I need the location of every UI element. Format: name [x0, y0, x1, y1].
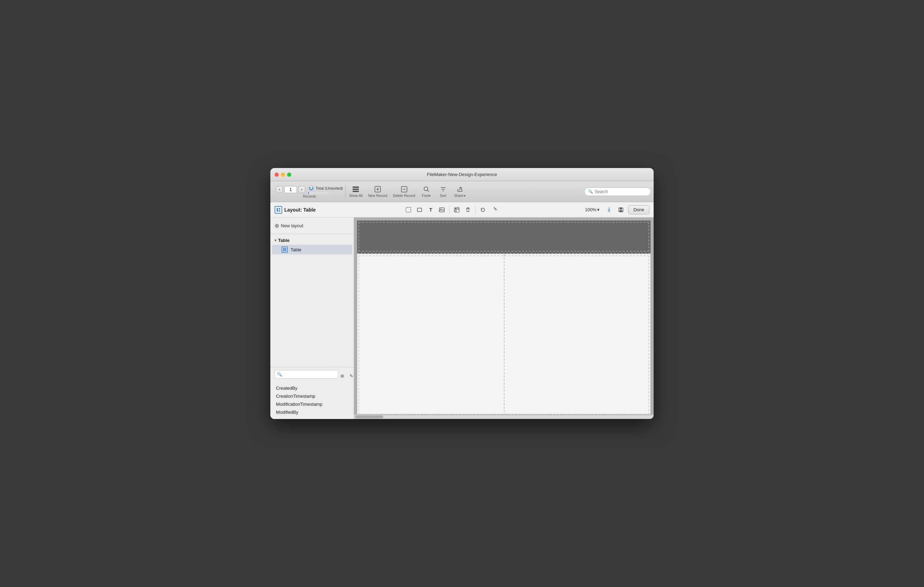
delete-record-label: Delete Record: [393, 194, 415, 198]
box-tool-button[interactable]: [414, 205, 425, 215]
show-all-label: Show All: [349, 194, 362, 198]
sidebar-header: ⊕ New layout: [271, 218, 354, 234]
svg-rect-18: [439, 208, 444, 212]
layout-icon: [274, 206, 282, 214]
layout-item-label: Table: [290, 247, 301, 252]
forward-button[interactable]: ›: [298, 186, 305, 193]
done-button[interactable]: Done: [628, 205, 650, 214]
svg-rect-0: [353, 187, 359, 188]
toolbar: ‹ 1 › Total (Unsorted) Records: [271, 181, 653, 202]
field-item-modifiedby[interactable]: ModifiedBy: [273, 408, 351, 416]
find-label: Find: [422, 194, 429, 198]
svg-rect-29: [285, 250, 286, 251]
share-label: Share: [454, 194, 464, 198]
progress-indicator: [308, 185, 314, 191]
fields-search-input[interactable]: [284, 372, 336, 377]
scrollbar-thumb[interactable]: [355, 415, 383, 418]
zoom-chevron-icon: ▾: [597, 207, 600, 212]
sort-label: Sort: [440, 194, 446, 198]
new-record-button[interactable]: New Record: [366, 184, 389, 199]
svg-rect-26: [619, 210, 622, 212]
search-box[interactable]: 🔍: [584, 187, 651, 196]
svg-rect-23: [455, 210, 456, 212]
field-item-modification-timestamp[interactable]: ModificationTimestamp: [273, 400, 351, 408]
layout-indicator: Layout: Table: [274, 206, 316, 214]
design-tools: T: [323, 205, 580, 215]
delete-tool-button[interactable]: [463, 205, 473, 215]
new-layout-plus-icon: ⊕: [274, 222, 279, 229]
vertical-divider: [504, 254, 505, 414]
new-record-label: New Record: [368, 194, 388, 198]
zoom-label: 100%: [585, 207, 596, 212]
search-icon: 🔍: [588, 189, 593, 194]
image-tool-button[interactable]: [437, 205, 447, 215]
sort-icon: [439, 185, 447, 193]
selection-tool-button[interactable]: [403, 205, 414, 215]
svg-rect-21: [455, 208, 456, 210]
sidebar: ⊕ New layout ▾ Table: [271, 218, 354, 419]
show-all-icon: [352, 185, 360, 193]
close-button[interactable]: [274, 172, 279, 177]
find-icon: [422, 185, 430, 193]
section-label: Table: [278, 238, 290, 243]
minimize-button[interactable]: [281, 172, 285, 177]
find-button[interactable]: Find ▾: [419, 184, 434, 199]
svg-rect-15: [279, 210, 280, 212]
fields-search[interactable]: 🔍: [274, 370, 338, 379]
style-tool-button[interactable]: [452, 205, 462, 215]
delete-record-button[interactable]: Delete Record: [391, 184, 417, 199]
back-button[interactable]: ‹: [276, 186, 283, 193]
body-band: [357, 254, 650, 414]
zoom-control[interactable]: 100% ▾: [583, 207, 602, 213]
tool-separator: [449, 206, 449, 214]
field-item-creation-timestamp[interactable]: CreationTimestamp: [273, 392, 351, 400]
progress-bar-container: [308, 192, 329, 194]
canvas-area[interactable]: [354, 218, 653, 419]
svg-rect-1: [353, 189, 359, 190]
share-button[interactable]: Share ▾: [452, 184, 468, 199]
undo-button[interactable]: [478, 205, 488, 215]
svg-rect-28: [285, 248, 286, 250]
records-group: ‹ 1 › Total (Unsorted) Records: [273, 185, 346, 198]
main-window: FileMaker-New-Design-Experience ‹ 1 › To…: [271, 168, 653, 419]
records-nav: ‹ 1 › Total (Unsorted): [276, 185, 343, 194]
svg-line-9: [427, 190, 429, 192]
share-icon: [456, 185, 464, 193]
svg-rect-16: [406, 207, 411, 212]
show-all-button[interactable]: Show All: [347, 184, 365, 199]
total-unsorted: Total (Unsorted): [316, 186, 343, 190]
record-number-input[interactable]: 1: [284, 186, 297, 193]
horizontal-scrollbar[interactable]: [354, 414, 653, 419]
chevron-down-icon: ▾: [274, 238, 276, 242]
svg-rect-27: [283, 248, 285, 251]
svg-rect-14: [279, 208, 280, 210]
add-field-button[interactable]: ⊕: [338, 372, 346, 380]
progress-bar: [308, 192, 309, 194]
redo-button[interactable]: [489, 205, 499, 215]
layout-canvas: [357, 220, 651, 414]
sidebar-item-table[interactable]: Table: [272, 245, 352, 255]
fields-section: 🔍 ⊕ ✎ 🗑 CreatedBy CreationTimestamp: [271, 367, 354, 419]
maximize-button[interactable]: [287, 172, 291, 177]
text-tool-button[interactable]: T: [426, 205, 436, 215]
fields-list: CreatedBy CreationTimestamp Modification…: [273, 383, 351, 419]
section-header-table[interactable]: ▾ Table: [271, 236, 354, 244]
svg-rect-22: [457, 208, 459, 210]
field-item-createdby[interactable]: CreatedBy: [273, 384, 351, 392]
svg-point-19: [441, 208, 441, 210]
canvas-inner: [354, 218, 653, 414]
records-label: Records: [303, 195, 316, 198]
layout-title: Layout: Table: [284, 207, 316, 213]
search-input[interactable]: [595, 189, 647, 194]
new-layout-label: New layout: [281, 223, 303, 228]
window-title: FileMaker-New-Design-Experience: [427, 172, 497, 177]
new-layout-button[interactable]: ⊕ New layout: [274, 221, 350, 230]
pin-button[interactable]: [604, 205, 614, 214]
design-right: 100% ▾ Done: [583, 205, 650, 214]
sort-button[interactable]: Sort: [436, 184, 451, 199]
header-band: [357, 221, 650, 254]
svg-rect-17: [417, 208, 422, 212]
table-layout-icon: [282, 246, 288, 253]
save-button[interactable]: [616, 205, 625, 214]
layouts-section: ▾ Table Table: [271, 234, 354, 367]
